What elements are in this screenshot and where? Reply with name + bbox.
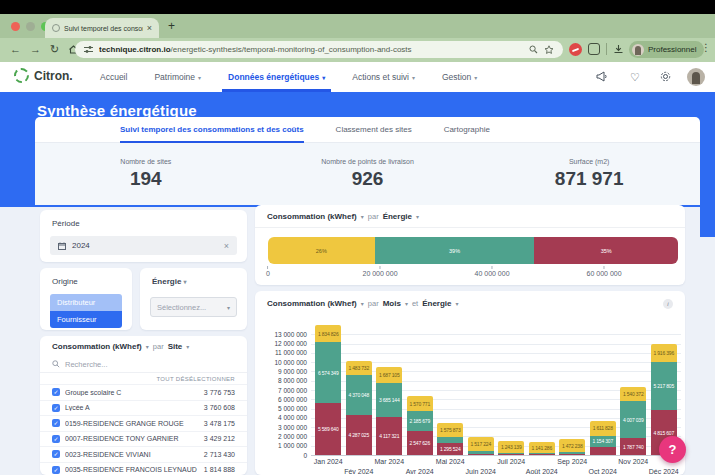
site-search-input[interactable]: Recherche... xyxy=(40,356,247,373)
page-tab[interactable]: Cartographie xyxy=(444,117,490,142)
bar-segment[interactable] xyxy=(559,454,585,455)
browser-tab[interactable]: Suivi temporel des consomm... × xyxy=(45,18,159,38)
y-axis-label: 7 000 000 xyxy=(257,387,307,394)
stat-block: Surface (m2)871 971 xyxy=(478,143,700,205)
clear-periode-icon[interactable]: × xyxy=(224,241,229,251)
site-row[interactable]: ✓0023-RESIDENCE VIVIANI2 713 430 xyxy=(40,446,247,462)
x-axis-label: Jan 2024 xyxy=(314,458,343,465)
metric-selector[interactable]: Consommation (kWhef) xyxy=(267,212,357,221)
y-axis-label: 0 xyxy=(257,452,307,459)
bar-segment[interactable]: 35% xyxy=(534,237,678,264)
browser-profile-chip[interactable]: Professionnel xyxy=(629,41,704,58)
new-tab-button[interactable]: + xyxy=(168,19,175,33)
bar-value-label: 1 570 771 xyxy=(410,401,430,407)
back-icon[interactable]: ← xyxy=(10,42,21,57)
browser-menu-icon[interactable]: ⋮ xyxy=(701,42,711,53)
stat-label: Nombre de points de livraison xyxy=(321,158,414,165)
metric-selector[interactable]: Consommation (kWhef) xyxy=(52,342,142,351)
x-axis-line xyxy=(311,455,681,456)
dimension-selector[interactable]: Mois xyxy=(383,299,401,308)
dimension-selector[interactable]: Énergie xyxy=(422,299,451,308)
user-avatar[interactable] xyxy=(687,68,705,86)
bar-value-label: 4 117 321 xyxy=(379,433,399,439)
chevron-down-icon: ▾ xyxy=(227,304,230,311)
site-row[interactable]: ✓Groupe scolaire C3 776 753 xyxy=(40,384,247,400)
bar-segment[interactable]: 26% xyxy=(268,237,375,264)
download-icon[interactable] xyxy=(613,44,624,55)
site-row[interactable]: ✓0159-RESIDENCE GRANGE ROUGE3 478 175 xyxy=(40,415,247,431)
citron-logo[interactable]: Citron. xyxy=(14,68,73,83)
checkbox-checked[interactable]: ✓ xyxy=(52,419,60,427)
bar-segment[interactable] xyxy=(468,451,494,453)
x-axis-tick: 40 000 000 xyxy=(475,266,510,277)
page-tab[interactable]: Suivi temporel des consommations et des … xyxy=(120,117,304,142)
favorites-heart-icon[interactable]: ♡ xyxy=(628,70,642,84)
dimension-selector[interactable]: Énergie xyxy=(383,212,412,221)
reload-icon[interactable]: ↻ xyxy=(50,42,59,57)
y-axis-label: 3 000 000 xyxy=(257,424,307,431)
bar-segment[interactable] xyxy=(529,453,555,454)
bar-segment[interactable]: 39% xyxy=(375,237,535,264)
nav-item[interactable]: Accueil xyxy=(100,62,127,92)
bar-segment[interactable] xyxy=(559,452,585,454)
checkbox-checked[interactable]: ✓ xyxy=(52,450,60,458)
announcements-icon[interactable] xyxy=(595,70,609,84)
chevron-down-icon: ▾ xyxy=(146,343,149,350)
energie-card: Énergie ▾ Sélectionnez... ▾ xyxy=(140,268,247,330)
chevron-down-icon: ▾ xyxy=(361,300,364,307)
metric-selector[interactable]: Consommation (kWhef) xyxy=(267,299,357,308)
energie-select[interactable]: Sélectionnez... ▾ xyxy=(150,297,237,317)
bar-segment[interactable] xyxy=(468,454,494,455)
site-row[interactable]: ✓0007-RESIDENCE TONY GARNIER3 429 212 xyxy=(40,431,247,447)
search-icon[interactable] xyxy=(529,45,538,54)
tab-close-icon[interactable]: × xyxy=(147,24,152,33)
brand-text: Citron. xyxy=(34,69,73,83)
bookmark-star-icon[interactable] xyxy=(544,45,554,55)
url-bar[interactable]: technique.citron.io/energetic-synthesis/… xyxy=(75,41,563,58)
stat-block: Nombre de sites194 xyxy=(35,143,257,205)
bar-value-label: 1 141 286 xyxy=(532,445,552,451)
url-text: technique.citron.io/energetic-synthesis/… xyxy=(99,45,523,54)
checkbox-checked[interactable]: ✓ xyxy=(52,435,60,443)
help-button[interactable]: ? xyxy=(659,436,686,463)
extension-adblock-icon[interactable] xyxy=(569,43,582,56)
site-settings-icon[interactable] xyxy=(84,45,93,54)
checkbox-checked[interactable]: ✓ xyxy=(52,466,60,474)
site-row[interactable]: ✓Lycée A3 760 608 xyxy=(40,400,247,416)
bar-segment[interactable] xyxy=(529,454,555,455)
periode-input[interactable]: 2024 × xyxy=(50,236,237,255)
origine-option-distributeur[interactable]: Distributeur xyxy=(50,294,122,311)
y-axis-label: 2 000 000 xyxy=(257,433,307,440)
energie-placeholder: Sélectionnez... xyxy=(157,303,223,312)
checkbox-checked[interactable]: ✓ xyxy=(52,404,60,412)
nav-item[interactable]: Actions et suivi▾ xyxy=(352,62,415,92)
bar-value-label: 6 574 349 xyxy=(318,370,338,376)
window-close-button[interactable] xyxy=(11,22,20,31)
bar-value-label: 3 685 144 xyxy=(379,397,399,403)
bar-segment[interactable] xyxy=(590,447,616,455)
extension-icon[interactable] xyxy=(588,43,600,55)
settings-gear-icon[interactable] xyxy=(659,70,673,84)
info-icon[interactable]: i xyxy=(663,299,673,309)
bar-segment[interactable] xyxy=(437,437,463,443)
deselect-all-link[interactable]: TOUT DÉSÉLECTIONNER xyxy=(157,376,236,382)
nav-item[interactable]: Patrimoine▾ xyxy=(154,62,201,92)
nav-item[interactable]: Gestion▾ xyxy=(442,62,477,92)
page-tab[interactable]: Classement des sites xyxy=(336,117,412,142)
site-row[interactable]: ✓0035-RESIDENCE FRANCOIS LEYNAUD1 814 88… xyxy=(40,462,247,475)
origine-option-fournisseur[interactable]: Fournisseur xyxy=(50,311,122,328)
url-host: technique.citron.io xyxy=(99,45,171,54)
site-name: 0159-RESIDENCE GRANGE ROUGE xyxy=(65,420,199,427)
forward-icon[interactable]: → xyxy=(30,42,41,57)
dimension-selector[interactable]: Site xyxy=(168,342,183,351)
toolbar-divider xyxy=(606,43,607,55)
chevron-down-icon: ▾ xyxy=(186,343,189,350)
bar-segment[interactable] xyxy=(498,454,524,455)
stat-value: 194 xyxy=(130,168,162,190)
nav-item[interactable]: Données énergétiques▾ xyxy=(228,62,325,92)
bar-value-label: 1 483 732 xyxy=(349,365,369,371)
window-minimize-button[interactable] xyxy=(26,22,35,31)
tab-favicon xyxy=(52,24,60,32)
checkbox-checked[interactable]: ✓ xyxy=(52,388,60,396)
bar-segment[interactable] xyxy=(498,453,524,454)
